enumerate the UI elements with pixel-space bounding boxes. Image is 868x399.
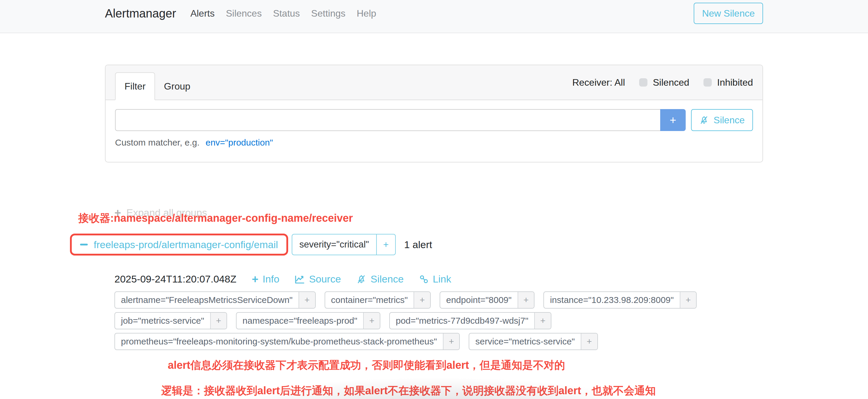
nav-settings[interactable]: Settings: [311, 8, 346, 19]
source-action[interactable]: Source: [295, 273, 341, 285]
label-pill: service="metrics-service" +: [469, 333, 598, 350]
nav-status[interactable]: Status: [273, 8, 300, 19]
annotation-highlight-box: freeleaps-prod/alertmanager-config/email: [70, 234, 288, 255]
alert-item: 2025-09-24T11:20:07.048Z + Info Source: [115, 273, 719, 354]
link-icon: [419, 275, 429, 284]
label-text: endpoint="8009": [440, 292, 518, 308]
label-text: alertname="FreeleapsMetricsServiceDown": [115, 292, 299, 308]
label-pill: pod="metrics-77d9cdb497-wdsj7" +: [389, 312, 551, 329]
silence-button[interactable]: Silence: [691, 109, 753, 131]
group-matcher-add-button[interactable]: +: [376, 235, 396, 255]
plus-icon: +: [115, 207, 121, 218]
info-action[interactable]: + Info: [252, 273, 279, 285]
link-action-label: Link: [433, 273, 451, 285]
chart-line-icon: [295, 274, 305, 284]
label-pill: job="metrics-service" +: [115, 312, 227, 329]
info-action-label: Info: [262, 273, 280, 285]
expand-all-groups-button[interactable]: + Expand all groups: [115, 207, 207, 218]
label-text: instance="10.233.98.209:8009": [544, 292, 679, 308]
matcher-example-link[interactable]: env="production": [206, 137, 273, 147]
custom-matcher-hint-text: Custom matcher, e.g.: [115, 137, 199, 147]
silence-action[interactable]: Silence: [356, 273, 404, 285]
label-text: prometheus="freeleaps-monitoring-system/…: [115, 334, 443, 349]
label-add-button[interactable]: +: [518, 292, 534, 308]
label-text: service="metrics-service": [469, 334, 581, 349]
link-action[interactable]: Link: [419, 273, 451, 285]
inhibited-toggle[interactable]: Inhibited: [704, 77, 753, 88]
custom-matcher-hint: Custom matcher, e.g. env="production": [115, 137, 753, 148]
label-add-button[interactable]: +: [210, 313, 227, 329]
bottom-shadow: [190, 372, 682, 399]
alertmanager-page: Alertmanager Alerts Silences Status Sett…: [0, 0, 868, 399]
label-pill: namespace="freeleaps-prod" +: [236, 312, 380, 329]
navbar: Alertmanager Alerts Silences Status Sett…: [0, 0, 868, 33]
label-pill: instance="10.233.98.209:8009" +: [544, 291, 696, 309]
label-add-button[interactable]: +: [363, 313, 380, 329]
annotation-note-line2: 逻辑是：接收器收到alert后进行通知，如果alert不在接收器下，说明接收器没…: [161, 383, 656, 398]
nav-help[interactable]: Help: [356, 8, 376, 19]
silence-button-label: Silence: [714, 115, 745, 126]
filter-card-header: Filter Group Receiver: All Silenced Inhi…: [105, 65, 763, 100]
filter-header-controls: Receiver: All Silenced Inhibited: [572, 65, 753, 100]
receiver-group-label: freeleaps-prod/alertmanager-config/email: [94, 239, 278, 250]
inhibited-label: Inhibited: [717, 77, 753, 88]
bell-slash-icon: [699, 115, 709, 125]
receiver-filter-dropdown[interactable]: Receiver: All: [572, 77, 625, 88]
tab-filter[interactable]: Filter: [115, 72, 155, 100]
alert-timestamp: 2025-09-24T11:20:07.048Z: [115, 273, 236, 285]
add-matcher-button[interactable]: +: [660, 109, 686, 131]
alert-count: 1 alert: [404, 239, 432, 250]
label-pill: endpoint="8009" +: [440, 291, 534, 309]
label-add-button[interactable]: +: [581, 334, 597, 349]
silence-action-label: Silence: [371, 273, 404, 285]
nav-silences[interactable]: Silences: [226, 8, 262, 19]
annotation-note-line1: alert信息必须在接收器下才表示配置成功，否则即使能看到alert，但是通知是…: [168, 358, 565, 373]
alert-labels: alertname="FreeleapsMetricsServiceDown" …: [115, 291, 719, 354]
label-add-button[interactable]: +: [443, 334, 460, 349]
matcher-input[interactable]: [115, 109, 660, 131]
group-matcher-label: severity="critical": [292, 235, 376, 255]
app-brand[interactable]: Alertmanager: [105, 7, 176, 20]
label-pill: alertname="FreeleapsMetricsServiceDown" …: [115, 291, 316, 309]
new-silence-button[interactable]: New Silence: [694, 3, 763, 24]
inhibited-checkbox[interactable]: [704, 78, 712, 87]
alert-group-header: freeleaps-prod/alertmanager-config/email…: [70, 234, 432, 255]
main-nav: Alerts Silences Status Settings Help: [190, 8, 388, 19]
bell-slash-icon: [356, 274, 366, 284]
plus-icon: +: [252, 274, 258, 285]
label-add-button[interactable]: +: [680, 292, 696, 308]
silenced-label: Silenced: [653, 77, 689, 88]
label-add-button[interactable]: +: [299, 292, 315, 308]
label-pill: container="metrics" +: [324, 291, 431, 309]
label-add-button[interactable]: +: [413, 292, 430, 308]
label-text: namespace="freeleaps-prod": [237, 313, 363, 329]
silenced-checkbox[interactable]: [639, 78, 647, 87]
collapse-minus-icon: [80, 244, 88, 245]
nav-alerts[interactable]: Alerts: [190, 8, 215, 19]
label-text: pod="metrics-77d9cdb497-wdsj7": [390, 313, 534, 329]
silenced-toggle[interactable]: Silenced: [639, 77, 689, 88]
expand-all-groups-label: Expand all groups: [126, 207, 207, 218]
alert-meta-row: 2025-09-24T11:20:07.048Z + Info Source: [115, 273, 719, 285]
source-action-label: Source: [309, 273, 341, 285]
filter-card-body: + Silence Custom matcher, e.g.: [105, 100, 763, 162]
receiver-group-button[interactable]: freeleaps-prod/alertmanager-config/email: [80, 239, 278, 250]
main-content: Filter Group Receiver: All Silenced Inhi…: [105, 65, 763, 162]
tab-group[interactable]: Group: [155, 73, 199, 100]
label-add-button[interactable]: +: [534, 313, 551, 329]
group-matcher-chip: severity="critical" +: [292, 234, 396, 255]
label-text: container="metrics": [325, 292, 414, 308]
label-text: job="metrics-service": [115, 313, 210, 329]
filter-card: Filter Group Receiver: All Silenced Inhi…: [105, 65, 763, 162]
label-pill: prometheus="freeleaps-monitoring-system/…: [115, 333, 460, 350]
